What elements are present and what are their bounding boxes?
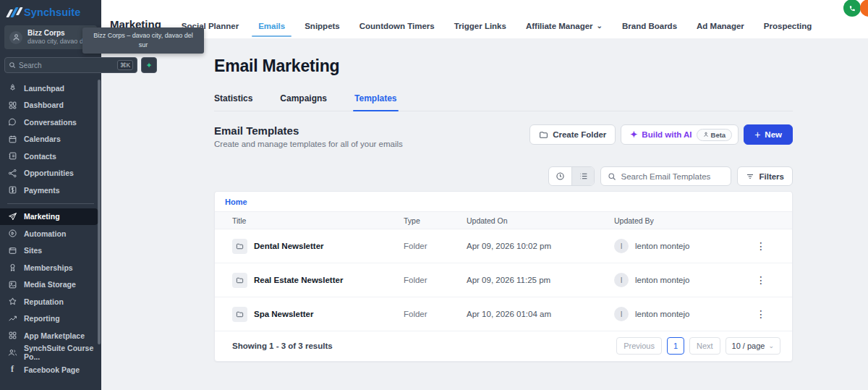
row-title[interactable]: Real Estate Newsletter bbox=[254, 276, 343, 284]
col-type: Type bbox=[404, 216, 467, 225]
avatar: l bbox=[614, 273, 629, 287]
facebook-icon: f bbox=[7, 364, 17, 375]
contacts-book-icon bbox=[7, 151, 17, 161]
sidebar-item-label: Reputation bbox=[24, 297, 64, 306]
row-updated-on: Apr 09, 2026 10:02 pm bbox=[467, 242, 614, 250]
breadcrumb[interactable]: Home bbox=[215, 192, 258, 211]
sidebar-item-opportunities[interactable]: Opportunities bbox=[0, 165, 101, 182]
sidebar-search[interactable]: ⌘K bbox=[4, 57, 137, 73]
sidebar-item-marketing[interactable]: Marketing bbox=[0, 208, 98, 226]
tab-campaigns[interactable]: Campaigns bbox=[280, 93, 327, 103]
keyboard-shortcut-badge: ⌘K bbox=[117, 60, 133, 70]
tab-statistics[interactable]: Statistics bbox=[214, 93, 252, 103]
filters-button[interactable]: Filters bbox=[737, 166, 793, 186]
sidebar-item-reporting[interactable]: Reporting bbox=[0, 310, 101, 328]
tab-countdown-timers[interactable]: Countdown Timers bbox=[359, 22, 435, 30]
row-title[interactable]: Spa Newsletter bbox=[254, 310, 313, 318]
sidebar-item-launchpad[interactable]: Launchpad bbox=[0, 80, 101, 97]
kebab-menu-icon[interactable]: ⋮ bbox=[754, 240, 767, 252]
sidebar-item-sites[interactable]: Sites bbox=[0, 242, 101, 260]
page-content: Email Marketing Statistics Campaigns Tem… bbox=[101, 38, 868, 390]
sidebar-item-calendars[interactable]: Calendars bbox=[0, 131, 101, 148]
calendar-icon bbox=[7, 135, 17, 144]
template-search-input[interactable] bbox=[621, 172, 724, 181]
sidebar-item-media-storage[interactable]: Media Storage bbox=[0, 276, 101, 294]
folder-icon bbox=[539, 130, 548, 140]
build-with-ai-button[interactable]: ✦ Build with AI Beta bbox=[621, 124, 739, 145]
table-row[interactable]: Real Estate Newsletter Folder Apr 09, 20… bbox=[215, 263, 792, 297]
previous-page-button[interactable]: Previous bbox=[616, 337, 662, 355]
template-search[interactable] bbox=[600, 166, 731, 186]
ai-assistant-button[interactable]: ✦ bbox=[141, 57, 157, 73]
new-button[interactable]: + New bbox=[744, 124, 793, 145]
page-number-button[interactable]: 1 bbox=[667, 337, 684, 355]
list-toolbar: Filters bbox=[214, 166, 793, 186]
sidebar-item-label: SynchSuite Course Po... bbox=[24, 344, 94, 361]
caret-down-icon: ⌄ bbox=[768, 342, 774, 349]
tab-templates[interactable]: Templates bbox=[354, 93, 396, 103]
sidebar-item-label: Opportunities bbox=[24, 169, 74, 177]
col-updated-by: Updated By bbox=[614, 216, 754, 225]
section-subtitle: Create and manage templates for all of y… bbox=[214, 140, 403, 148]
sidebar-search-input[interactable] bbox=[19, 62, 114, 69]
page-tabs: Statistics Campaigns Templates bbox=[214, 93, 793, 111]
clock-icon bbox=[556, 171, 565, 181]
section-title: Email Templates bbox=[214, 124, 403, 137]
list-view-button[interactable] bbox=[571, 167, 594, 185]
sidebar-item-contacts[interactable]: Contacts bbox=[0, 148, 101, 165]
sidebar-divider bbox=[7, 203, 94, 204]
image-icon bbox=[7, 280, 17, 289]
sidebar-item-dashboard[interactable]: Dashboard bbox=[0, 97, 101, 114]
sidebar-item-memberships[interactable]: Memberships bbox=[0, 259, 101, 276]
kebab-menu-icon[interactable]: ⋮ bbox=[754, 274, 767, 286]
kebab-menu-icon[interactable]: ⋮ bbox=[754, 308, 767, 320]
orange-circle-button[interactable] bbox=[860, 0, 868, 17]
row-title[interactable]: Dental Newsletter bbox=[254, 242, 324, 250]
tab-prospecting[interactable]: Prospecting bbox=[764, 22, 812, 30]
table-row[interactable]: Dental Newsletter Folder Apr 09, 2026 10… bbox=[215, 229, 792, 263]
sidebar-item-label: Facebook Page bbox=[24, 365, 80, 374]
brand-logo-icon bbox=[6, 7, 22, 17]
tab-label: Affiliate Manager bbox=[526, 22, 593, 30]
tab-brand-boards[interactable]: Brand Boards bbox=[622, 22, 677, 30]
main-area: Marketing Social Planner Emails Snippets… bbox=[101, 0, 868, 390]
tab-trigger-links[interactable]: Trigger Links bbox=[454, 22, 506, 30]
marketplace-grid-icon bbox=[7, 331, 17, 340]
automation-icon bbox=[7, 229, 17, 238]
page-size-value: 10 / page bbox=[732, 342, 765, 350]
plus-icon: + bbox=[754, 130, 760, 140]
brand-logo[interactable]: Synchsuite bbox=[0, 0, 101, 23]
section-header: Email Templates Create and manage templa… bbox=[214, 124, 403, 148]
tab-emails[interactable]: Emails bbox=[258, 22, 285, 30]
recent-view-button[interactable] bbox=[549, 167, 571, 185]
sidebar-item-conversations[interactable]: Conversations bbox=[0, 114, 101, 131]
filters-label: Filters bbox=[759, 172, 784, 181]
sidebar-item-app-marketplace[interactable]: App Marketplace bbox=[0, 327, 101, 344]
view-toggle bbox=[548, 166, 595, 186]
sidebar-item-facebook-page[interactable]: f Facebook Page bbox=[0, 361, 101, 378]
tab-snippets[interactable]: Snippets bbox=[305, 22, 340, 30]
sidebar-item-label: Reporting bbox=[24, 314, 60, 323]
table-row[interactable]: Spa Newsletter Folder Apr 10, 2026 01:04… bbox=[215, 297, 792, 331]
results-summary: Showing 1 - 3 of 3 results bbox=[232, 342, 333, 350]
chat-icon bbox=[7, 117, 17, 127]
sidebar-item-automation[interactable]: Automation bbox=[0, 225, 101, 242]
row-type: Folder bbox=[404, 276, 467, 284]
next-page-button[interactable]: Next bbox=[689, 337, 720, 355]
row-updated-on: Apr 10, 2026 01:04 am bbox=[467, 310, 614, 318]
page-size-select[interactable]: 10 / page ⌄ bbox=[726, 337, 780, 355]
row-updated-by: lenton montejo bbox=[635, 310, 689, 318]
tab-affiliate-manager[interactable]: Affiliate Manager ⌄ bbox=[526, 22, 603, 30]
sidebar-item-label: Automation bbox=[24, 229, 66, 238]
create-folder-label: Create Folder bbox=[553, 130, 606, 139]
opportunities-icon bbox=[7, 169, 17, 178]
chevron-down-icon: ⌄ bbox=[597, 23, 603, 29]
sidebar-scrollbar[interactable] bbox=[98, 80, 101, 344]
create-folder-button[interactable]: Create Folder bbox=[529, 124, 616, 145]
phone-button[interactable] bbox=[843, 0, 861, 17]
tab-ad-manager[interactable]: Ad Manager bbox=[697, 22, 744, 30]
sidebar-item-payments[interactable]: Payments bbox=[0, 182, 101, 199]
sidebar-item-reputation[interactable]: Reputation bbox=[0, 293, 101, 310]
sidebar-item-synchsuite-course-portal[interactable]: SynchSuite Course Po... bbox=[0, 344, 101, 362]
brand-name: Synchsuite bbox=[24, 7, 80, 18]
